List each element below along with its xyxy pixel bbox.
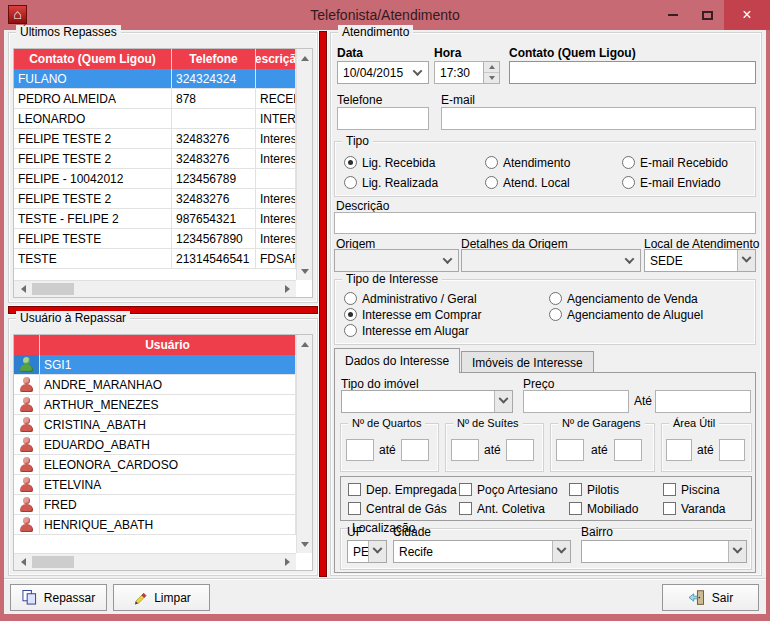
radio-administrativo-geral[interactable]: Administrativo / Geral (344, 291, 477, 306)
garagens-de-input[interactable] (556, 439, 584, 461)
table-row[interactable]: TESTE - FELIPE 2 987654321 Interes (14, 209, 296, 229)
checkbox-pilotis[interactable]: Pilotis (569, 482, 619, 497)
suites-ate-label: até (484, 443, 501, 457)
radio-email-recebido[interactable]: E-mail Recebido (622, 155, 728, 170)
vertical-scrollbar[interactable] (296, 49, 312, 280)
combo-arrow-button[interactable] (552, 541, 570, 562)
table-row[interactable]: FELIPE TESTE 1234567890 Interes (14, 229, 296, 249)
cidade-combobox[interactable]: Recife (393, 540, 571, 563)
uf-combobox[interactable]: PE (347, 540, 387, 563)
descricao-input[interactable] (334, 212, 756, 234)
telefone-input[interactable] (337, 107, 429, 130)
checkbox-dep-empregada[interactable]: Dep. Empregada (348, 482, 457, 497)
contato-input[interactable] (509, 61, 756, 84)
local-atendimento-combobox[interactable]: SEDE (644, 249, 756, 272)
detalhes-origem-combobox[interactable] (461, 249, 641, 272)
scrollbar-thumb[interactable] (32, 556, 74, 568)
maximize-button[interactable] (690, 0, 724, 30)
scroll-up-icon[interactable] (297, 337, 313, 351)
area-ate-input[interactable] (719, 439, 745, 461)
combo-arrow-button[interactable] (494, 391, 512, 412)
radio-email-enviado[interactable]: E-mail Enviado (622, 175, 721, 190)
radio-interesse-comprar[interactable]: Interesse em Comprar (344, 307, 481, 322)
preco-ate-input[interactable] (655, 390, 751, 413)
radio-agenciamento-aluguel[interactable]: Agenciamento de Aluguel (549, 307, 703, 322)
table-row[interactable]: FELIPE TESTE 2 32483276 Interes (14, 149, 296, 169)
spin-up-icon[interactable] (484, 62, 499, 73)
table-row[interactable]: LEONARDO INTERI (14, 109, 296, 129)
scroll-up-icon[interactable] (297, 51, 313, 65)
combo-arrow-button[interactable] (728, 541, 746, 562)
suites-ate-input[interactable] (506, 439, 534, 461)
radio-atendimento[interactable]: Atendimento (485, 155, 570, 170)
repassar-button[interactable]: Repassar (10, 584, 107, 611)
column-header-contato[interactable]: Contato (Quem Ligou) (14, 49, 172, 69)
list-item[interactable]: ELEONORA_CARDOSO (14, 455, 296, 475)
list-item[interactable]: ARTHUR_MENEZES (14, 395, 296, 415)
radio-lig-realizada[interactable]: Lig. Realizada (344, 175, 438, 190)
garagens-ate-input[interactable] (614, 439, 642, 461)
list-item[interactable]: ANDRE_MARANHAO (14, 375, 296, 395)
quartos-ate-input[interactable] (401, 439, 429, 461)
area-de-input[interactable] (666, 439, 692, 461)
combo-arrow-button[interactable] (368, 541, 386, 562)
radio-lig-recebida[interactable]: Lig. Recebida (344, 155, 435, 170)
close-button[interactable]: × (724, 0, 770, 30)
radio-agenciamento-venda[interactable]: Agenciamento de Venda (549, 291, 698, 306)
checkbox-ant-coletiva[interactable]: Ant. Coletiva (459, 501, 545, 516)
horizontal-scrollbar[interactable] (14, 553, 296, 570)
minimize-button[interactable] (656, 0, 690, 30)
checkbox-central-de-gas[interactable]: Central de Gás (348, 501, 447, 516)
table-row[interactable]: PEDRO ALMEIDA 878 RECEB (14, 89, 296, 109)
list-item[interactable]: CRISTINA_ABATH (14, 415, 296, 435)
origem-combobox[interactable] (334, 249, 459, 272)
quartos-de-input[interactable] (346, 439, 374, 461)
radio-interesse-alugar[interactable]: Interesse em Alugar (344, 323, 469, 338)
scroll-left-icon[interactable] (16, 554, 30, 570)
cell-telefone: 878 (172, 89, 256, 108)
scroll-down-icon[interactable] (297, 537, 313, 551)
suites-de-input[interactable] (451, 439, 479, 461)
vertical-scrollbar[interactable] (296, 335, 312, 553)
table-row[interactable]: FULANO 324324324 (14, 69, 296, 89)
chevron-down-icon (733, 544, 743, 554)
limpar-button[interactable]: Limpar (113, 584, 210, 611)
tab-imoveis-de-interesse[interactable]: Imóveis de Interesse (461, 351, 594, 373)
radio-atend-local[interactable]: Atend. Local (485, 175, 570, 190)
scroll-down-icon[interactable] (297, 264, 313, 278)
list-item[interactable]: ETELVINA (14, 475, 296, 495)
data-combobox[interactable]: 10/04/2015 (337, 61, 429, 84)
scroll-right-icon[interactable] (280, 554, 294, 570)
checkbox-poco-artesiano[interactable]: Poço Artesiano (459, 482, 558, 497)
tipo-imovel-combobox[interactable] (341, 390, 513, 413)
horizontal-scrollbar[interactable] (14, 280, 296, 297)
table-row[interactable]: TESTE 21314546541 FDSAF (14, 249, 296, 269)
sair-button[interactable]: Sair (662, 584, 759, 611)
checkbox-mobiliado[interactable]: Mobiliado (569, 501, 638, 516)
bairro-combobox[interactable] (581, 540, 747, 563)
spin-down-icon[interactable] (484, 73, 499, 83)
table-row[interactable]: FELIPE TESTE 2 32483276 Interes (14, 189, 296, 209)
column-header-descricao[interactable]: escriçã (256, 49, 296, 69)
cell-telefone: 32483276 (172, 189, 256, 208)
cell-usuario: HENRIQUE_ABATH (40, 515, 296, 534)
column-header-usuario[interactable]: Usuário (40, 335, 296, 355)
scroll-right-icon[interactable] (280, 281, 294, 297)
table-row[interactable]: FELIPE - 10042012 123456789 (14, 169, 296, 189)
column-header-user-icon[interactable] (14, 335, 40, 355)
preco-de-input[interactable] (523, 390, 629, 413)
list-item[interactable]: EDUARDO_ABATH (14, 435, 296, 455)
hora-spinner[interactable]: 17:30 (434, 61, 500, 84)
column-header-telefone[interactable]: Telefone (172, 49, 256, 69)
list-item[interactable]: FRED (14, 495, 296, 515)
email-input[interactable] (441, 107, 756, 130)
scrollbar-thumb[interactable] (32, 283, 74, 295)
tab-dados-do-interesse[interactable]: Dados do Interesse (334, 348, 460, 373)
table-row[interactable]: FELIPE TESTE 2 32483276 Interes (14, 129, 296, 149)
checkbox-piscina[interactable]: Piscina (663, 482, 720, 497)
list-item[interactable]: SGI1 (14, 355, 296, 375)
combo-arrow-button[interactable] (737, 250, 755, 271)
list-item[interactable]: HENRIQUE_ABATH (14, 515, 296, 535)
scroll-left-icon[interactable] (16, 281, 30, 297)
checkbox-varanda[interactable]: Varanda (663, 501, 725, 516)
